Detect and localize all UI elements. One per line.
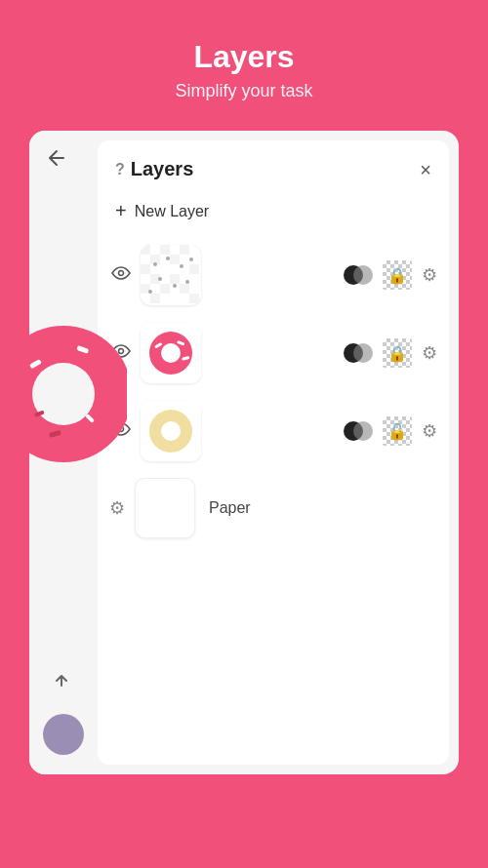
header-section: Layers Simplify your task xyxy=(155,0,332,131)
svg-rect-20 xyxy=(180,284,189,294)
layer-settings-button[interactable]: ⚙ xyxy=(422,420,437,442)
layer-row: 🔒 ⚙ xyxy=(98,314,449,392)
lock-icon: 🔓 xyxy=(387,422,407,441)
svg-rect-17 xyxy=(170,274,180,284)
svg-rect-12 xyxy=(141,264,150,274)
lock-icon: 🔒 xyxy=(387,344,407,363)
layer-controls: 🔒 ⚙ xyxy=(344,338,437,368)
svg-point-7 xyxy=(119,271,124,276)
svg-point-24 xyxy=(166,256,170,260)
layer-thumbnail[interactable] xyxy=(141,401,201,461)
svg-rect-16 xyxy=(189,264,199,274)
svg-point-34 xyxy=(161,343,181,363)
layer-settings-button[interactable]: ⚙ xyxy=(422,342,437,364)
page-subtitle: Simplify your task xyxy=(175,81,312,101)
page-title: Layers xyxy=(175,39,312,75)
close-button[interactable]: × xyxy=(420,160,431,179)
svg-rect-22 xyxy=(189,294,199,303)
svg-point-23 xyxy=(153,262,157,266)
paper-layer-thumbnail[interactable] xyxy=(135,478,195,538)
layer-controls: 🔓 ⚙ xyxy=(344,416,437,446)
app-container: ? Layers × + New Layer xyxy=(29,131,459,774)
layers-list: 🔒 ⚙ xyxy=(98,236,449,765)
svg-point-41 xyxy=(161,421,181,441)
layer-thumbnail[interactable] xyxy=(141,323,201,383)
lock-button[interactable]: 🔓 xyxy=(383,416,412,446)
svg-point-28 xyxy=(185,280,189,284)
panel-title-row: ? Layers xyxy=(115,158,193,180)
color-picker-button[interactable] xyxy=(43,714,84,755)
lock-button[interactable]: 🔒 xyxy=(383,338,412,368)
svg-point-29 xyxy=(148,290,152,294)
layer-row: 🔓 ⚙ xyxy=(98,392,449,470)
lock-icon: 🔒 xyxy=(387,266,407,285)
svg-point-30 xyxy=(189,257,193,261)
new-layer-button[interactable]: + New Layer xyxy=(98,190,449,236)
svg-rect-11 xyxy=(160,245,170,255)
layer-settings-button[interactable]: ⚙ xyxy=(422,264,437,286)
plus-icon: + xyxy=(115,200,127,222)
scroll-up-button[interactable] xyxy=(51,670,72,696)
svg-rect-9 xyxy=(141,245,150,255)
blend-mode-button[interactable] xyxy=(344,260,373,290)
back-button[interactable] xyxy=(45,146,68,176)
svg-point-26 xyxy=(158,277,162,281)
layer-thumbnail[interactable] xyxy=(141,245,201,305)
svg-rect-13 xyxy=(170,255,180,264)
svg-point-25 xyxy=(180,264,183,268)
paper-layer-row: ⚙ Paper xyxy=(98,470,449,546)
canvas-preview xyxy=(29,131,98,774)
lock-button[interactable]: 🔒 xyxy=(383,260,412,290)
help-icon[interactable]: ? xyxy=(115,161,125,178)
new-layer-label: New Layer xyxy=(135,203,209,220)
blend-mode-button[interactable] xyxy=(344,338,373,368)
svg-point-1 xyxy=(32,363,95,425)
layer-visibility-toggle[interactable] xyxy=(109,266,133,284)
layer-controls: 🔒 ⚙ xyxy=(344,260,437,290)
paper-layer-label: Paper xyxy=(209,499,251,517)
svg-rect-14 xyxy=(180,245,189,255)
svg-rect-19 xyxy=(160,284,170,294)
panel-title: Layers xyxy=(131,158,194,180)
layers-panel: ? Layers × + New Layer xyxy=(98,140,449,765)
panel-header: ? Layers × xyxy=(98,140,449,190)
blend-mode-button[interactable] xyxy=(344,416,373,446)
svg-rect-21 xyxy=(150,294,160,303)
canvas-art xyxy=(29,287,117,462)
paper-layer-settings-button[interactable]: ⚙ xyxy=(109,497,125,519)
svg-point-27 xyxy=(173,284,177,288)
layer-row: 🔒 ⚙ xyxy=(98,236,449,314)
